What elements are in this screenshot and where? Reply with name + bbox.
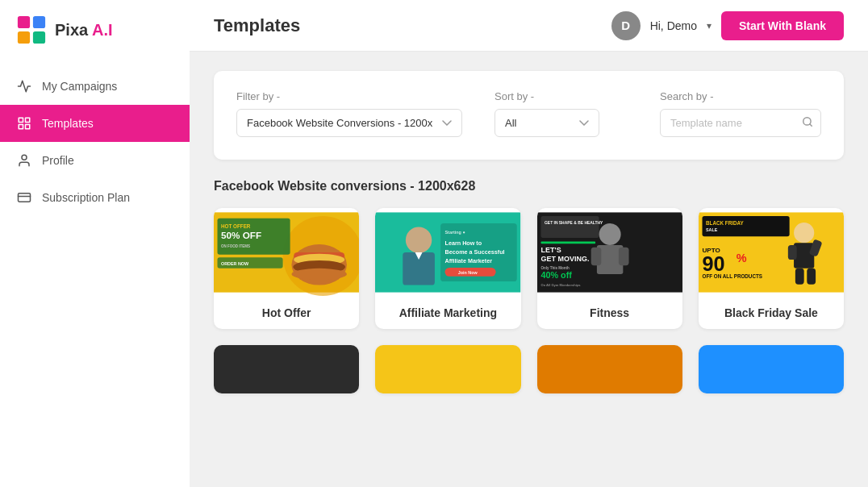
svg-point-20: [291, 268, 346, 280]
blackfriday-thumb-svg: BLACK FRIDAY SALE UPTO 90 % OFF ON ALL P…: [699, 208, 844, 297]
svg-text:Learn How to: Learn How to: [445, 239, 482, 247]
svg-rect-43: [540, 216, 599, 238]
template-card[interactable]: Starting ● Learn How to Become a Success…: [375, 208, 520, 329]
svg-rect-53: [794, 243, 814, 268]
svg-text:LET'S: LET'S: [540, 246, 561, 254]
partial-card[interactable]: [375, 345, 520, 393]
svg-rect-4: [19, 118, 23, 122]
subscription-icon: [16, 189, 32, 206]
filter-row: Filter by - Facebook Website Conversions…: [236, 90, 821, 137]
svg-text:HOT OFFER: HOT OFFER: [221, 223, 251, 229]
sidebar-item-profile[interactable]: Profile: [0, 142, 190, 179]
svg-rect-57: [807, 268, 816, 285]
svg-rect-45: [540, 241, 595, 244]
filter-by-label: Filter by -: [236, 90, 462, 102]
svg-text:Starting ●: Starting ●: [445, 230, 465, 235]
partial-card[interactable]: [537, 345, 682, 393]
svg-text:%: %: [737, 252, 747, 264]
template-name: Affiliate Marketing: [375, 297, 520, 329]
user-greeting: Hi, Demo: [650, 19, 697, 32]
svg-text:OFF ON ALL PRODUCTS: OFF ON ALL PRODUCTS: [702, 273, 762, 279]
avatar: D: [611, 11, 641, 40]
sidebar-item-profile-label: Profile: [42, 154, 74, 167]
templates-section: Facebook Website conversions - 1200x628: [214, 179, 844, 393]
filter-by-group: Filter by - Facebook Website Conversions…: [236, 90, 462, 137]
sort-by-select[interactable]: All Popular Recent: [495, 109, 599, 137]
svg-rect-9: [19, 194, 31, 202]
svg-rect-1: [33, 16, 45, 28]
filter-by-select[interactable]: Facebook Website Conversions - 1200x628 …: [236, 109, 462, 137]
search-input[interactable]: [660, 109, 821, 137]
svg-rect-42: [618, 248, 628, 266]
partial-cards-row: [214, 345, 844, 393]
sidebar-item-templates[interactable]: Templates: [0, 105, 190, 142]
hot-offer-thumb-svg: HOT OFFER 50% OFF ON FOOD ITEMS ORDER NO…: [214, 208, 359, 297]
template-thumbnail: Starting ● Learn How to Become a Success…: [375, 208, 520, 297]
sidebar-item-campaigns-label: My Campaigns: [42, 80, 117, 93]
logo-text: Pixa A.I: [55, 21, 113, 40]
sidebar: Pixa A.I My Campaigns: [0, 0, 190, 487]
sidebar-nav: My Campaigns Templates: [0, 60, 190, 224]
search-button[interactable]: [802, 116, 813, 130]
search-icon: [802, 116, 813, 127]
svg-text:Affiliate Marketer: Affiliate Marketer: [445, 257, 493, 264]
sidebar-item-subscription[interactable]: Subscription Plan: [0, 179, 190, 216]
svg-text:90: 90: [702, 252, 724, 275]
page-title: Templates: [214, 15, 300, 36]
logo-icon: [16, 15, 47, 45]
template-name: Black Friday Sale: [699, 297, 844, 329]
svg-rect-6: [19, 125, 23, 129]
svg-point-39: [599, 223, 620, 245]
sidebar-item-campaigns[interactable]: My Campaigns: [0, 68, 190, 105]
sort-by-label: Sort by -: [495, 90, 599, 102]
svg-point-52: [794, 223, 814, 243]
start-blank-button[interactable]: Start With Blank: [721, 11, 844, 40]
svg-rect-3: [33, 31, 45, 44]
svg-text:GET IN SHAPE & BE HEALTHY: GET IN SHAPE & BE HEALTHY: [545, 221, 603, 225]
template-thumbnail: HOT OFFER 50% OFF ON FOOD ITEMS ORDER NO…: [214, 208, 359, 297]
svg-text:Join Now: Join Now: [458, 270, 478, 275]
fitness-thumb-svg: GET IN SHAPE & BE HEALTHY LET'S GET MOVI…: [537, 208, 682, 297]
svg-text:40% off: 40% off: [540, 270, 572, 280]
affiliate-thumb-svg: Starting ● Learn How to Become a Success…: [375, 208, 520, 297]
svg-rect-0: [18, 16, 30, 28]
template-name: Hot Offer: [214, 297, 359, 329]
templates-icon: [16, 115, 32, 131]
sidebar-item-subscription-label: Subscription Plan: [42, 191, 130, 204]
svg-text:GET MOVING.: GET MOVING.: [540, 255, 589, 263]
svg-text:ORDER NOW: ORDER NOW: [221, 261, 249, 266]
search-group: Search by -: [660, 90, 821, 137]
svg-text:50% OFF: 50% OFF: [221, 230, 261, 240]
profile-icon: [16, 152, 32, 169]
content-area: Filter by - Facebook Website Conversions…: [190, 52, 868, 487]
search-box: [660, 109, 821, 137]
template-card[interactable]: GET IN SHAPE & BE HEALTHY LET'S GET MOVI…: [537, 208, 682, 329]
svg-rect-54: [788, 245, 797, 260]
section-title: Facebook Website conversions - 1200x628: [214, 179, 844, 194]
svg-text:SALE: SALE: [706, 227, 718, 232]
template-thumbnail: BLACK FRIDAY SALE UPTO 90 % OFF ON ALL P…: [699, 208, 844, 297]
template-card[interactable]: HOT OFFER 50% OFF ON FOOD ITEMS ORDER NO…: [214, 208, 359, 329]
svg-text:BLACK FRIDAY: BLACK FRIDAY: [706, 220, 744, 226]
logo: Pixa A.I: [0, 0, 190, 60]
campaigns-icon: [16, 78, 32, 94]
svg-rect-41: [590, 248, 601, 266]
svg-point-8: [22, 155, 27, 160]
partial-card[interactable]: [214, 345, 359, 393]
template-card[interactable]: BLACK FRIDAY SALE UPTO 90 % OFF ON ALL P…: [699, 208, 844, 329]
page-header: Templates D Hi, Demo ▾ Start With Blank: [190, 0, 868, 52]
svg-rect-58: [702, 216, 789, 236]
svg-text:On All Gym Memberships: On All Gym Memberships: [540, 283, 581, 287]
sidebar-item-templates-label: Templates: [42, 117, 94, 130]
svg-rect-56: [795, 268, 804, 285]
templates-grid: HOT OFFER 50% OFF ON FOOD ITEMS ORDER NO…: [214, 208, 844, 329]
template-name: Fitness: [537, 297, 682, 329]
template-thumbnail: GET IN SHAPE & BE HEALTHY LET'S GET MOVI…: [537, 208, 682, 297]
partial-card[interactable]: [699, 345, 844, 393]
filter-bar: Filter by - Facebook Website Conversions…: [214, 71, 844, 160]
svg-rect-7: [26, 125, 30, 129]
search-by-label: Search by -: [660, 90, 821, 102]
svg-text:ON FOOD ITEMS: ON FOOD ITEMS: [221, 244, 250, 248]
svg-rect-2: [18, 31, 30, 44]
header-right: D Hi, Demo ▾ Start With Blank: [611, 11, 844, 40]
